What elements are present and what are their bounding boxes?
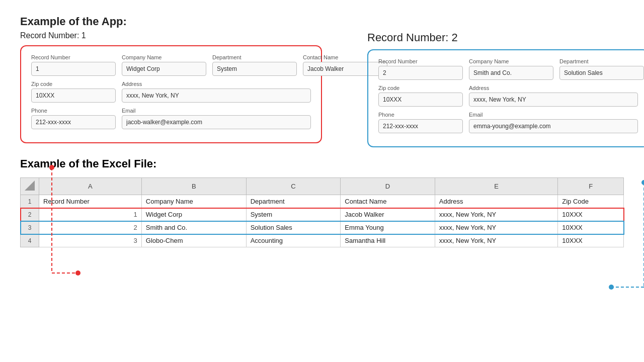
excel-row-num-1: 1 <box>21 195 39 208</box>
record2-company-name-group: Company Name <box>469 58 553 80</box>
record2-department-group: Department <box>559 58 644 80</box>
record2-zip-group: Zip code <box>378 85 463 107</box>
record1-zip-group: Zip code <box>31 81 116 103</box>
excel-cell-2e: xxxx, New York, NY <box>435 208 557 221</box>
record2-row2: Zip code Address <box>378 85 638 107</box>
record2-phone-input[interactable] <box>378 119 463 133</box>
record1-label: Record Number: 1 <box>20 31 352 40</box>
excel-cell-3d: Emma Young <box>341 221 435 234</box>
excel-cell-3b: Smith and Co. <box>141 221 246 234</box>
record1-form-card: Record Number Company Name Department Co… <box>20 45 322 143</box>
excel-col-c-header: C <box>246 178 341 195</box>
record2-company-name-input[interactable] <box>469 66 553 80</box>
record2-address-group: Address <box>469 85 638 107</box>
excel-data-row-2: 2 1 Widget Corp System Jacob Walker xxxx… <box>21 208 624 221</box>
record2-department-label: Department <box>559 58 644 64</box>
excel-cell-3f: 10XXX <box>558 221 624 234</box>
record2-area: Record Number: 2 Record Number Company N… <box>352 31 644 147</box>
page-container: Example of the App: Record Number: 1 Rec… <box>0 0 644 262</box>
excel-col-a-header: A <box>39 178 142 195</box>
record2-record-number-input[interactable] <box>378 66 463 80</box>
record2-record-number-label: Record Number <box>378 58 463 64</box>
forms-container: Record Number: 1 Record Number Company N… <box>20 31 624 147</box>
record1-address-label: Address <box>122 81 311 87</box>
excel-table: A B C D E F 1 Record Number Company Name <box>20 177 624 247</box>
record2-address-input[interactable] <box>469 93 638 107</box>
record1-phone-group: Phone <box>31 108 116 129</box>
record1-row3: Phone Email <box>31 108 311 129</box>
svg-marker-0 <box>25 180 35 191</box>
excel-row-num-4: 4 <box>21 234 39 247</box>
excel-data-row-4: 4 3 Globo-Chem Accounting Samantha Hill … <box>21 234 624 247</box>
record2-label: Record Number: 2 <box>367 31 644 44</box>
excel-corner-cell <box>21 178 39 195</box>
excel-col-header-row: A B C D E F <box>21 178 624 195</box>
record2-phone-label: Phone <box>378 112 463 118</box>
record2-row3: Phone Email <box>378 112 638 133</box>
record1-record-number-group: Record Number <box>31 54 116 76</box>
excel-cell-2f: 10XXX <box>558 208 624 221</box>
record2-address-label: Address <box>469 85 638 91</box>
excel-col-b-header: B <box>141 178 246 195</box>
record2-record-number-group: Record Number <box>378 58 463 80</box>
corner-triangle-icon <box>25 180 35 191</box>
record1-email-input[interactable] <box>122 115 311 129</box>
record2-email-input[interactable] <box>469 119 638 133</box>
excel-cell-2b: Widget Corp <box>141 208 246 221</box>
excel-cell-4e: xxxx, New York, NY <box>435 234 557 247</box>
excel-cell-4f: 10XXX <box>558 234 624 247</box>
excel-cell-2a: 1 <box>39 208 142 221</box>
record2-email-group: Email <box>469 112 638 133</box>
record2-phone-group: Phone <box>378 112 463 133</box>
record1-email-group: Email <box>122 108 311 129</box>
record1-address-group: Address <box>122 81 311 103</box>
excel-cell-3e: xxxx, New York, NY <box>435 221 557 234</box>
record1-phone-label: Phone <box>31 108 116 114</box>
excel-cell-2c: System <box>246 208 341 221</box>
record1-zip-input[interactable] <box>31 88 116 103</box>
excel-cell-2d: Jacob Walker <box>341 208 435 221</box>
excel-cell-1b: Company Name <box>141 195 246 208</box>
record2-form-card: Record Number Company Name Department Co… <box>367 49 644 147</box>
record2-company-name-label: Company Name <box>469 58 553 64</box>
excel-col-d-header: D <box>341 178 435 195</box>
excel-col-f-header: F <box>558 178 624 195</box>
excel-header-data-row: 1 Record Number Company Name Department … <box>21 195 624 208</box>
record1-record-number-input[interactable] <box>31 62 116 76</box>
excel-cell-1e: Address <box>435 195 557 208</box>
main-title: Example of the App: <box>20 15 624 28</box>
excel-cell-4a: 3 <box>39 234 142 247</box>
record1-record-number-label: Record Number <box>31 54 116 60</box>
excel-col-e-header: E <box>435 178 557 195</box>
record1-area: Record Number: 1 Record Number Company N… <box>20 31 352 147</box>
excel-cell-3a: 2 <box>39 221 142 234</box>
excel-cell-3c: Solution Sales <box>246 221 341 234</box>
excel-section: Example of the Excel File: A B C <box>20 157 624 247</box>
excel-cell-4b: Globo-Chem <box>141 234 246 247</box>
excel-cell-1d: Contact Name <box>341 195 435 208</box>
excel-cell-1a: Record Number <box>39 195 142 208</box>
excel-row-num-3: 3 <box>21 221 39 234</box>
record1-company-name-input[interactable] <box>122 62 206 76</box>
excel-data-row-3: 3 2 Smith and Co. Solution Sales Emma Yo… <box>21 221 624 234</box>
record1-department-label: Department <box>212 54 297 60</box>
record1-phone-input[interactable] <box>31 115 116 129</box>
record1-zip-label: Zip code <box>31 81 116 87</box>
record1-company-name-label: Company Name <box>122 54 206 60</box>
record2-zip-input[interactable] <box>378 93 463 107</box>
record2-zip-label: Zip code <box>378 85 463 91</box>
svg-point-8 <box>609 285 614 290</box>
excel-row-num-2: 2 <box>21 208 39 221</box>
record1-department-input[interactable] <box>212 62 297 76</box>
record1-email-label: Email <box>122 108 311 114</box>
record1-address-input[interactable] <box>122 88 311 103</box>
record2-department-input[interactable] <box>559 66 644 80</box>
excel-cell-4c: Accounting <box>246 234 341 247</box>
svg-point-4 <box>75 270 80 276</box>
excel-cell-1f: Zip Code <box>558 195 624 208</box>
excel-cell-4d: Samantha Hill <box>341 234 435 247</box>
record1-row1: Record Number Company Name Department Co… <box>31 54 311 76</box>
record2-email-label: Email <box>469 112 638 118</box>
svg-point-7 <box>641 180 644 185</box>
record1-company-name-group: Company Name <box>122 54 206 76</box>
